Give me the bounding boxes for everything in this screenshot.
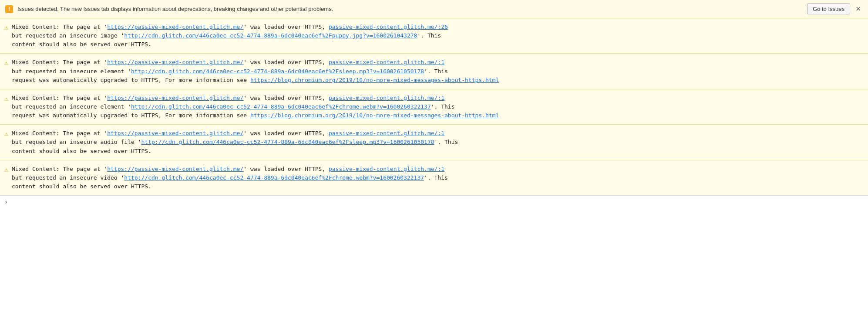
log-link[interactable]: http://cdn.glitch.com/446ca0ec-cc52-4774… [141, 139, 434, 145]
log-link[interactable]: https://blog.chromium.org/2019/10/no-mor… [250, 112, 499, 119]
log-link[interactable]: https://passive-mixed-content.glitch.me/ [107, 24, 243, 30]
bottom-bar: › [0, 195, 868, 208]
message-row: ⚠Mixed Content: The page at 'https://pas… [0, 160, 868, 195]
top-banner: ! Issues detected. The new Issues tab di… [0, 0, 868, 18]
warning-triangle-icon: ⚠ [4, 166, 8, 174]
warning-triangle-icon: ⚠ [4, 130, 8, 138]
log-link[interactable]: http://cdn.glitch.com/446ca0ec-cc52-4774… [131, 68, 424, 75]
log-link[interactable]: https://blog.chromium.org/2019/10/no-mor… [250, 77, 499, 83]
log-link[interactable]: https://passive-mixed-content.glitch.me/ [107, 95, 243, 101]
message-content: Mixed Content: The page at 'https://pass… [12, 165, 862, 191]
message-row: ⚠Mixed Content: The page at 'https://pas… [0, 18, 868, 54]
message-row: ⚠Mixed Content: The page at 'https://pas… [0, 89, 868, 125]
message-row: ⚠Mixed Content: The page at 'https://pas… [0, 125, 868, 160]
message-content: Mixed Content: The page at 'https://pass… [12, 58, 862, 84]
close-button[interactable]: ✕ [854, 4, 863, 14]
message-content: Mixed Content: The page at 'https://pass… [12, 129, 862, 155]
warning-triangle-icon: ⚠ [4, 59, 8, 67]
log-link[interactable]: passive-mixed-content.glitch.me/:1 [329, 95, 444, 101]
log-link[interactable]: https://passive-mixed-content.glitch.me/ [107, 130, 243, 136]
go-to-issues-button[interactable]: Go to Issues [807, 3, 850, 14]
warning-triangle-icon: ⚠ [4, 24, 8, 31]
banner-text: Issues detected. The new Issues tab disp… [17, 6, 333, 12]
message-content: Mixed Content: The page at 'https://pass… [12, 94, 862, 120]
message-content: Mixed Content: The page at 'https://pass… [12, 23, 862, 49]
log-link[interactable]: https://passive-mixed-content.glitch.me/ [107, 166, 243, 172]
warning-triangle-icon: ⚠ [4, 95, 8, 102]
banner-left: ! Issues detected. The new Issues tab di… [5, 5, 333, 13]
log-link[interactable]: https://passive-mixed-content.glitch.me/ [107, 59, 243, 65]
message-row: ⚠Mixed Content: The page at 'https://pas… [0, 54, 868, 89]
log-link[interactable]: http://cdn.glitch.com/446ca0ec-cc52-4774… [124, 32, 417, 39]
log-link[interactable]: http://cdn.glitch.com/446ca0ec-cc52-4774… [131, 103, 431, 110]
log-link[interactable]: passive-mixed-content.glitch.me/:1 [329, 130, 444, 136]
log-link[interactable]: passive-mixed-content.glitch.me/:26 [329, 24, 448, 30]
log-link[interactable]: passive-mixed-content.glitch.me/:1 [329, 166, 444, 172]
warning-icon: ! [5, 5, 13, 13]
log-link[interactable]: passive-mixed-content.glitch.me/:1 [329, 59, 444, 65]
log-link[interactable]: http://cdn.glitch.com/446ca0ec-cc52-4774… [124, 174, 424, 181]
chevron-right-icon[interactable]: › [4, 198, 8, 205]
banner-right: Go to Issues ✕ [807, 3, 863, 14]
messages-area: ⚠Mixed Content: The page at 'https://pas… [0, 18, 868, 195]
